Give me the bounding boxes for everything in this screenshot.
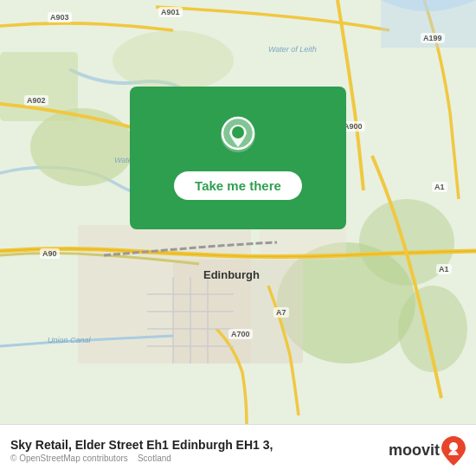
road-label-a90: A90 [40,248,60,259]
road-label-a902: A902 [24,95,48,106]
moovit-pin-icon [441,436,466,466]
svg-rect-5 [0,52,78,121]
road-label-a1-bot: A1 [436,264,452,274]
location-pin-icon [219,116,257,161]
road-label-a903: A903 [48,12,72,23]
water-label-canal: Union Canal [48,336,91,344]
bottom-bar: Sky Retail, Elder Street Eh1 Edinburgh E… [0,424,476,476]
location-name: Sky Retail, Elder Street Eh1 Edinburgh E… [10,438,273,452]
edinburgh-city-label: Edinburgh [203,268,260,281]
location-info: Sky Retail, Elder Street Eh1 Edinburgh E… [10,438,273,463]
svg-point-23 [449,442,458,451]
road-label-a1-top: A1 [432,182,447,192]
location-country: Scotland [138,453,171,463]
openstreetmap-attribution: © OpenStreetMap contributors [10,453,128,463]
cta-panel: Take me there [130,87,346,229]
take-me-there-button[interactable]: Take me there [174,171,302,200]
road-label-a199: A199 [421,33,445,43]
svg-point-22 [232,126,244,138]
road-label-a7: A7 [273,307,289,318]
water-label-leith: Water of Leith [268,45,317,54]
road-label-a901: A901 [158,7,183,17]
moovit-text: moovit [389,441,440,460]
road-label-a700: A700 [228,329,253,339]
svg-point-6 [113,30,234,91]
moovit-logo: moovit [389,436,466,466]
attribution: © OpenStreetMap contributors Scotland [10,453,273,463]
map-container: A903 A901 A199 A902 A900 A1 A1 A90 A700 … [0,0,476,424]
